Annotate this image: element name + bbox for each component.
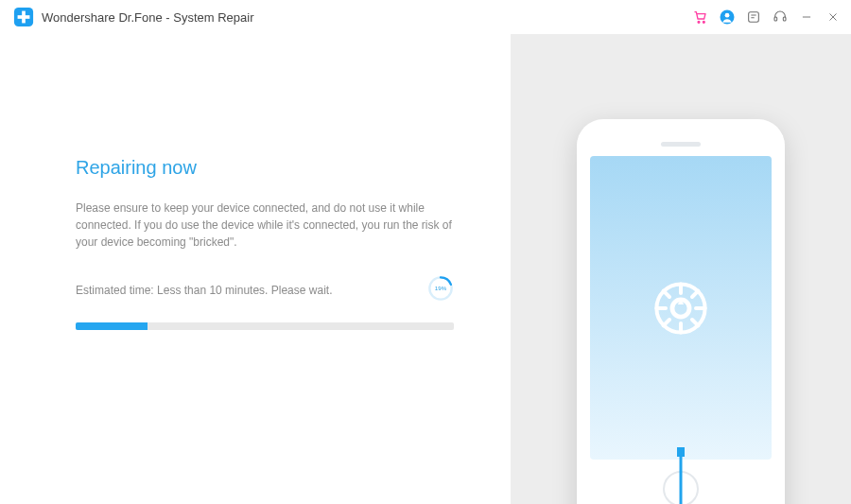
app-logo-icon — [13, 7, 34, 27]
svg-point-6 — [725, 13, 730, 18]
window-title: Wondershare Dr.Fone - System Repair — [42, 10, 253, 25]
estimate-row: Estimated time: Less than 10 minutes. Pl… — [76, 275, 454, 305]
phone-illustration — [577, 119, 785, 504]
svg-rect-8 — [774, 17, 777, 21]
content-area: Repairing now Please ensure to keep your… — [0, 34, 851, 504]
wrench-icon — [643, 270, 719, 346]
svg-point-4 — [703, 21, 704, 23]
feedback-icon[interactable] — [745, 9, 762, 26]
phone-screen — [590, 156, 772, 460]
svg-rect-17 — [677, 447, 685, 457]
instruction-text: Please ensure to keep your device connec… — [76, 200, 454, 251]
progress-bar — [76, 322, 454, 330]
svg-rect-9 — [783, 17, 786, 21]
support-icon[interactable] — [772, 9, 789, 26]
page-heading: Repairing now — [76, 157, 454, 179]
progress-bar-fill — [76, 322, 148, 330]
titlebar-actions — [692, 9, 842, 26]
left-panel: Repairing now Please ensure to keep your… — [0, 34, 511, 504]
svg-point-3 — [698, 21, 700, 23]
close-button[interactable] — [825, 9, 842, 26]
estimated-time-text: Estimated time: Less than 10 minutes. Pl… — [76, 284, 332, 297]
svg-rect-7 — [749, 12, 759, 23]
progress-ring-icon: 19% — [427, 275, 454, 305]
progress-percent-text: 19% — [435, 285, 447, 291]
svg-rect-2 — [18, 15, 30, 19]
user-icon[interactable] — [719, 9, 736, 26]
svg-rect-18 — [680, 457, 683, 504]
cable-icon — [671, 447, 690, 504]
right-panel — [511, 34, 851, 504]
phone-speaker-icon — [661, 142, 701, 147]
cart-icon[interactable] — [692, 9, 709, 26]
minimize-button[interactable] — [798, 9, 815, 26]
titlebar: Wondershare Dr.Fone - System Repair — [0, 0, 851, 34]
